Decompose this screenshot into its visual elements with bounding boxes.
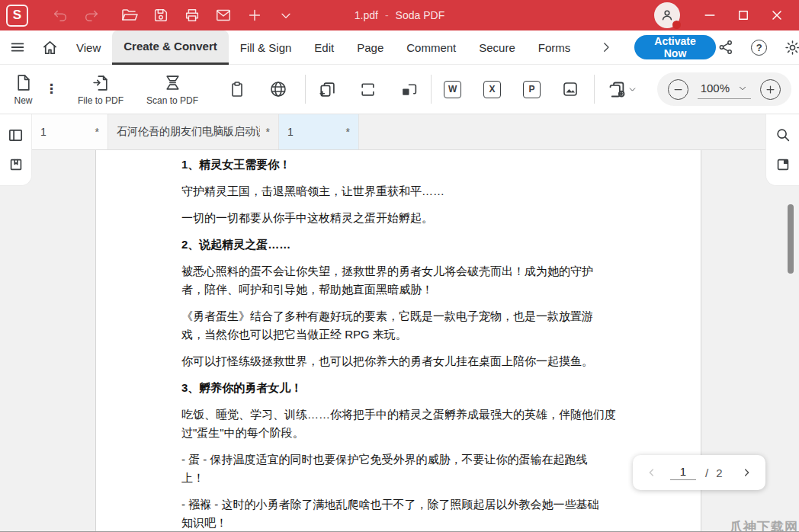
next-page-chevron-icon[interactable] bbox=[739, 465, 754, 480]
doc-paragraph: 一切的一切都要从你手中这枚精灵之蛋开始孵起。 bbox=[181, 209, 700, 227]
paste-clipboard-icon[interactable] bbox=[227, 79, 247, 99]
more-options-kebab-icon[interactable]: ⋮ bbox=[45, 85, 58, 93]
tab-modified-indicator: * bbox=[95, 126, 99, 138]
new-document-button[interactable]: New bbox=[14, 73, 33, 106]
file-to-pdf-button[interactable]: File to PDF bbox=[78, 73, 124, 106]
zoom-level-dropdown[interactable]: 100% bbox=[698, 79, 751, 99]
zoom-in-button[interactable] bbox=[760, 79, 781, 100]
left-panel-toggle-group bbox=[0, 114, 32, 186]
doc-paragraph: 《勇者蛋生》结合了多种有趣好玩的要素，它既是一款电子宠物，也是一款放置游 戏，当… bbox=[181, 307, 700, 344]
bookmarks-panel-icon[interactable] bbox=[6, 155, 26, 175]
close-button[interactable] bbox=[765, 0, 788, 30]
doc-paragraph: 被悉心照料的蛋不会让你失望，拯救世界的勇者女儿将会破壳而出！成为她的守护 者，陪… bbox=[181, 262, 700, 299]
menu-bar: View Create & Convert Fill & Sign Edit P… bbox=[0, 30, 799, 65]
save-icon[interactable] bbox=[152, 6, 170, 24]
pdf-to-word-icon[interactable]: W bbox=[444, 81, 461, 98]
current-page-input[interactable]: 1 bbox=[670, 465, 696, 480]
menu-item-create-convert[interactable]: Create & Convert bbox=[112, 30, 229, 65]
page-thumbnails-panel-icon[interactable] bbox=[773, 155, 793, 175]
tab-modified-indicator: * bbox=[346, 126, 350, 138]
activate-now-button[interactable]: Activate Now bbox=[634, 35, 715, 59]
doc-paragraph: 吃饭、睡觉、学习、训练……你将把手中的精灵之蛋孵养成最强大的英雄，伴随他们度 过… bbox=[181, 405, 700, 442]
batch-convert-chevron-icon bbox=[627, 85, 637, 95]
menu-overflow-chevron-icon[interactable] bbox=[599, 40, 613, 54]
zoom-level-value: 100% bbox=[701, 82, 730, 95]
menu-item-comment[interactable]: Comment bbox=[395, 30, 467, 65]
tool-bar: New ⋮ File to PDF Scan to PDF W X P bbox=[0, 65, 799, 114]
share-icon[interactable] bbox=[716, 37, 736, 57]
total-pages: 2 bbox=[716, 466, 722, 479]
document-tab-3-active[interactable]: 1 * bbox=[279, 114, 359, 149]
redo-icon[interactable] bbox=[82, 6, 101, 24]
doc-heading-3: 3、孵养你的勇者女儿！ bbox=[181, 379, 700, 397]
open-file-icon[interactable] bbox=[120, 6, 139, 24]
file-to-pdf-label: File to PDF bbox=[78, 95, 124, 106]
menu-item-page[interactable]: Page bbox=[345, 30, 395, 65]
zoom-out-button[interactable] bbox=[668, 79, 688, 100]
pdf-to-image-icon[interactable] bbox=[560, 79, 580, 99]
tab-title: 1 bbox=[287, 126, 294, 138]
menu-item-secure[interactable]: Secure bbox=[467, 30, 527, 65]
notification-dot bbox=[672, 21, 681, 29]
doc-paragraph: 守护精灵王国，击退黑暗领主，让世界重获和平…… bbox=[181, 182, 700, 200]
new-label: New bbox=[14, 95, 32, 106]
minimize-button[interactable] bbox=[698, 0, 721, 30]
add-icon[interactable] bbox=[245, 6, 264, 24]
doc-heading-2: 2、说起精灵之蛋…… bbox=[181, 236, 700, 254]
window-title-file: 1.pdf bbox=[355, 9, 378, 21]
pdf-to-powerpoint-icon[interactable]: P bbox=[523, 81, 541, 98]
doc-heading-1: 1、精灵女王需要你！ bbox=[181, 155, 700, 174]
split-pages-icon[interactable] bbox=[358, 79, 377, 99]
zoom-controls: 100% bbox=[657, 72, 791, 106]
screen-capture-to-pdf-icon[interactable] bbox=[399, 79, 419, 99]
email-icon[interactable] bbox=[214, 6, 233, 24]
menu-item-forms[interactable]: Forms bbox=[527, 30, 582, 65]
doc-paragraph: - 襁褓 - 这时的小勇者除了满地乱爬啥也干不了，除了照顾起居以外教会她一些基础… bbox=[181, 495, 700, 532]
document-tab-bar: 1 * 石河伦吾的朋友们电脑版启动说明 * 1 * bbox=[0, 114, 799, 150]
batch-convert-icon[interactable] bbox=[605, 79, 639, 99]
watermark-text: 爪神下载网 bbox=[730, 518, 798, 532]
pdf-page: 1、精灵女王需要你！ 守护精灵王国，击退黑暗领主，让世界重获和平…… 一切的一切… bbox=[95, 150, 701, 532]
vertical-scrollbar-thumb[interactable] bbox=[788, 204, 794, 274]
web-to-pdf-globe-icon[interactable] bbox=[268, 79, 288, 99]
soda-logo-icon[interactable]: S bbox=[6, 5, 28, 27]
merge-pages-icon[interactable] bbox=[316, 79, 336, 99]
previous-page-chevron-icon[interactable] bbox=[644, 465, 659, 480]
toolbar-chevron-down-icon[interactable] bbox=[277, 6, 295, 24]
page-separator: / bbox=[705, 466, 708, 479]
doc-paragraph: 你可以打怪练级拯救世界，也可以把你养大的勇者女儿挂在桌面上陪你一起摸鱼。 bbox=[181, 352, 700, 370]
scan-to-pdf-label: Scan to PDF bbox=[146, 95, 198, 106]
document-tab-2[interactable]: 石河伦吾的朋友们电脑版启动说明 * bbox=[108, 114, 279, 149]
document-tab-1[interactable]: 1 * bbox=[32, 114, 108, 149]
scan-to-pdf-button[interactable]: Scan to PDF bbox=[146, 73, 198, 106]
tab-title: 石河伦吾的朋友们电脑版启动说明 bbox=[117, 125, 260, 139]
page-navigator: 1 / 2 bbox=[633, 455, 765, 490]
sidebar-toggle-icon[interactable] bbox=[6, 125, 26, 145]
menu-item-esign[interactable]: E-Sig bbox=[582, 30, 593, 65]
home-icon[interactable] bbox=[41, 39, 59, 56]
window-title-dash: - bbox=[385, 9, 389, 21]
help-icon[interactable]: ? bbox=[749, 37, 769, 57]
search-icon[interactable] bbox=[773, 125, 793, 145]
hamburger-menu-icon[interactable] bbox=[9, 39, 26, 56]
menu-item-view[interactable]: View bbox=[65, 30, 112, 65]
pdf-to-excel-icon[interactable]: X bbox=[483, 81, 501, 98]
window-title-app: Soda PDF bbox=[396, 9, 445, 21]
document-viewport[interactable]: 1、精灵女王需要你！ 守护精灵王国，击退黑暗领主，让世界重获和平…… 一切的一切… bbox=[0, 150, 799, 532]
settings-gear-icon[interactable] bbox=[783, 37, 799, 57]
zoom-chevron-down-icon bbox=[737, 83, 748, 94]
undo-icon[interactable] bbox=[51, 6, 69, 24]
doc-paragraph: - 蛋 - 保持温度适宜的同时也要保护它免受外界的威胁，不要让你的蛋输在起跑线 … bbox=[181, 450, 700, 487]
account-avatar[interactable] bbox=[654, 2, 680, 28]
tab-modified-indicator: * bbox=[266, 126, 270, 138]
tab-title: 1 bbox=[40, 126, 47, 138]
title-bar: S 1.pdf - Soda PDF bbox=[0, 0, 799, 30]
window-title: 1.pdf - Soda PDF bbox=[355, 0, 444, 30]
menu-item-edit[interactable]: Edit bbox=[303, 30, 345, 65]
print-icon[interactable] bbox=[183, 6, 201, 24]
menu-item-fill-sign[interactable]: Fill & Sign bbox=[229, 30, 303, 65]
right-panel-toggle-group bbox=[765, 114, 799, 186]
maximize-button[interactable] bbox=[732, 0, 755, 30]
